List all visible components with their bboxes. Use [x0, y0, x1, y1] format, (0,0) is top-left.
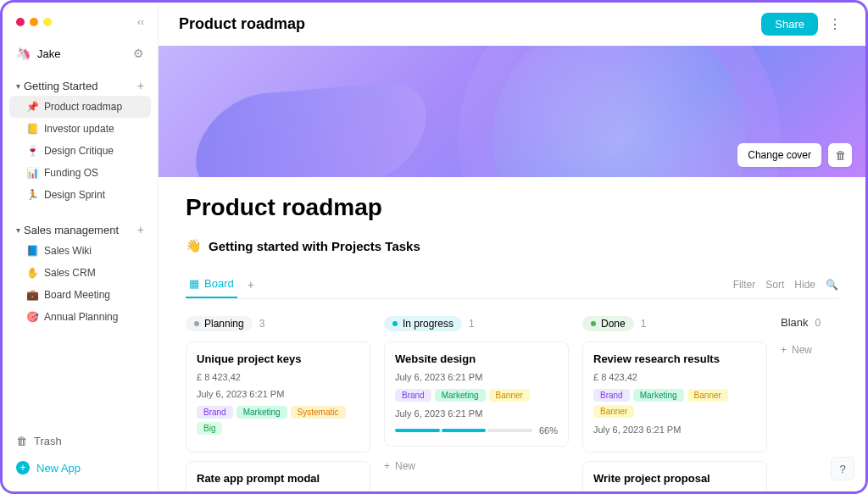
nav-item-product-roadmap[interactable]: 📌 Product roadmap [9, 96, 151, 118]
card-website-design[interactable]: Website design July 6, 2023 6:21 PM Bran… [384, 341, 569, 447]
card-rate-app-prompt[interactable]: Rate app prompt modal July 6, 2023 6:21 … [186, 461, 370, 491]
card-tags: Brand Marketing Banner [395, 389, 558, 402]
column-count: 1 [641, 318, 647, 330]
topbar-title: Product roadmap [179, 15, 761, 33]
gear-icon[interactable]: ⚙ [133, 47, 144, 60]
nav-section-title: Sales management [24, 224, 119, 236]
view-tabs: ▦ Board + Filter Sort Hide 🔍 [186, 270, 838, 299]
card-unique-project-keys[interactable]: Unique project keys £ 8 423,42 July 6, 2… [186, 341, 370, 452]
column-planning: Planning 3 Unique project keys £ 8 423,4… [186, 313, 370, 491]
status-pill-done[interactable]: Done [582, 316, 634, 331]
nav-item-board-meeting[interactable]: 💼 Board Meeting [9, 284, 151, 306]
nav-section-header[interactable]: ▾ Getting Started + [9, 75, 151, 96]
briefcase-icon: 💼 [26, 289, 39, 301]
progress-bar: 66% [395, 425, 558, 436]
card-write-proposal[interactable]: Write project proposal £ 8 423,42 [582, 461, 767, 491]
page-subtitle: 👋 Getting started with Projects Tasks [186, 238, 838, 253]
status-pill-progress[interactable]: In progress [384, 316, 462, 331]
add-page-icon[interactable]: + [137, 223, 144, 236]
tab-board[interactable]: ▦ Board [186, 270, 237, 298]
trash-icon: 🗑 [16, 435, 27, 447]
blank-label: Blank [781, 316, 809, 329]
collapse-sidebar-icon[interactable]: ‹‹ [137, 16, 144, 28]
nav-item-label: Annual Planning [44, 311, 118, 323]
card-tags: Brand Marketing Systematic Big [197, 406, 359, 435]
new-app-button[interactable]: + New App [9, 454, 151, 481]
nav-section-header[interactable]: ▾ Sales management + [9, 219, 151, 240]
minimize-dot[interactable] [30, 18, 38, 26]
kanban-board: Planning 3 Unique project keys £ 8 423,4… [186, 313, 838, 491]
nav-item-label: Funding OS [44, 167, 98, 179]
search-icon[interactable]: 🔍 [826, 279, 838, 291]
tag[interactable]: Marketing [633, 389, 684, 402]
user-profile[interactable]: 🦄 Jake ⚙ [9, 42, 151, 65]
wine-icon: 🍷 [26, 145, 39, 157]
nav-item-annual-planning[interactable]: 🎯 Annual Planning [9, 306, 151, 328]
delete-cover-button[interactable]: 🗑 [828, 143, 852, 167]
nav-item-label: Design Critique [44, 145, 114, 157]
tag[interactable]: Brand [593, 389, 630, 402]
page-title: Product roadmap [186, 194, 838, 221]
column-blank: Blank 0 + New [781, 313, 838, 491]
tag[interactable]: Systematic [291, 406, 346, 419]
nav-section-sales: ▾ Sales management + 📘 Sales Wiki ✋ Sale… [9, 219, 151, 328]
nav-item-label: Sales Wiki [44, 245, 92, 257]
nav-item-funding-os[interactable]: 📊 Funding OS [9, 162, 151, 184]
new-app-label: New App [36, 462, 81, 475]
user-name: Jake [37, 47, 126, 60]
hand-icon: ✋ [26, 267, 39, 279]
share-button[interactable]: Share [761, 13, 818, 36]
notebook-icon: 📒 [26, 123, 39, 135]
tag[interactable]: Banner [593, 405, 634, 418]
board-icon: ▦ [189, 277, 199, 290]
nav-item-label: Investor update [44, 123, 114, 135]
nav-item-design-sprint[interactable]: 🏃 Design Sprint [9, 184, 151, 206]
nav-item-investor-update[interactable]: 📒 Investor update [9, 118, 151, 140]
runner-icon: 🏃 [26, 189, 39, 201]
column-in-progress: In progress 1 Website design July 6, 202… [384, 313, 569, 491]
column-count: 0 [815, 317, 821, 329]
user-avatar-icon: 🦄 [16, 47, 31, 60]
add-view-button[interactable]: + [248, 278, 254, 291]
plus-circle-icon: + [16, 461, 30, 475]
nav-item-label: Sales CRM [44, 267, 96, 279]
book-icon: 📘 [26, 245, 39, 257]
topbar: Product roadmap Share ⋮ [159, 3, 865, 46]
tag[interactable]: Marketing [435, 389, 486, 402]
trash-label: Trash [34, 435, 62, 447]
nav-item-label: Product roadmap [44, 101, 122, 113]
more-icon[interactable]: ⋮ [825, 13, 845, 36]
tag[interactable]: Marketing [236, 406, 287, 419]
chart-icon: 📊 [26, 167, 39, 179]
tag[interactable]: Brand [197, 406, 233, 419]
nav-item-sales-crm[interactable]: ✋ Sales CRM [9, 262, 151, 284]
sort-button[interactable]: Sort [765, 279, 784, 291]
tag[interactable]: Brand [395, 389, 431, 402]
tag[interactable]: Big [197, 422, 222, 435]
add-card-button[interactable]: + New [384, 455, 569, 477]
add-page-icon[interactable]: + [137, 79, 144, 92]
card-review-research[interactable]: Review research results £ 8 423,42 Brand… [582, 341, 767, 452]
nav-item-sales-wiki[interactable]: 📘 Sales Wiki [9, 240, 151, 262]
main-content: Product roadmap Share ⋮ Change cover 🗑 P… [159, 3, 865, 491]
filter-button[interactable]: Filter [733, 279, 756, 291]
card-tags: Brand Marketing Banner Banner [593, 389, 756, 418]
column-count: 1 [469, 318, 475, 330]
zoom-dot[interactable] [43, 18, 52, 26]
tag[interactable]: Banner [489, 389, 530, 402]
close-dot[interactable] [16, 18, 25, 26]
hide-button[interactable]: Hide [794, 279, 815, 291]
status-pill-planning[interactable]: Planning [186, 316, 253, 331]
window-controls: ‹‹ [9, 13, 151, 42]
column-count: 3 [259, 318, 265, 330]
nav-section-getting-started: ▾ Getting Started + 📌 Product roadmap 📒 … [9, 75, 151, 206]
tag[interactable]: Banner [687, 389, 728, 402]
pin-icon: 📌 [26, 101, 39, 113]
add-card-button[interactable]: + New [781, 339, 838, 361]
help-button[interactable]: ? [831, 457, 854, 480]
change-cover-button[interactable]: Change cover [737, 143, 821, 167]
nav-item-design-critique[interactable]: 🍷 Design Critique [9, 140, 151, 162]
nav-item-label: Board Meeting [44, 289, 110, 301]
sidebar: ‹‹ 🦄 Jake ⚙ ▾ Getting Started + 📌 Produc… [3, 3, 159, 491]
trash-link[interactable]: 🗑 Trash [9, 428, 151, 454]
